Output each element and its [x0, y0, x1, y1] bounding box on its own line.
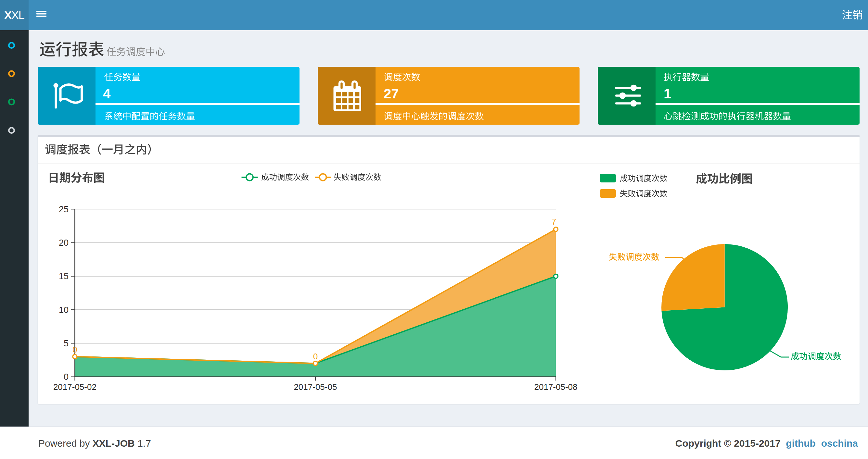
- svg-text:10: 10: [59, 305, 68, 315]
- svg-text:15: 15: [59, 271, 68, 281]
- svg-text:7: 7: [552, 217, 556, 227]
- svg-text:0: 0: [64, 372, 68, 382]
- svg-text:2017-05-02: 2017-05-02: [53, 382, 96, 392]
- svg-text:2017-05-05: 2017-05-05: [294, 382, 337, 392]
- svg-text:20: 20: [59, 238, 68, 248]
- svg-text:5: 5: [64, 338, 68, 348]
- svg-text:0: 0: [72, 345, 77, 355]
- svg-text:25: 25: [59, 204, 68, 214]
- svg-text:2017-05-08: 2017-05-08: [534, 382, 578, 392]
- svg-text:0: 0: [313, 352, 318, 361]
